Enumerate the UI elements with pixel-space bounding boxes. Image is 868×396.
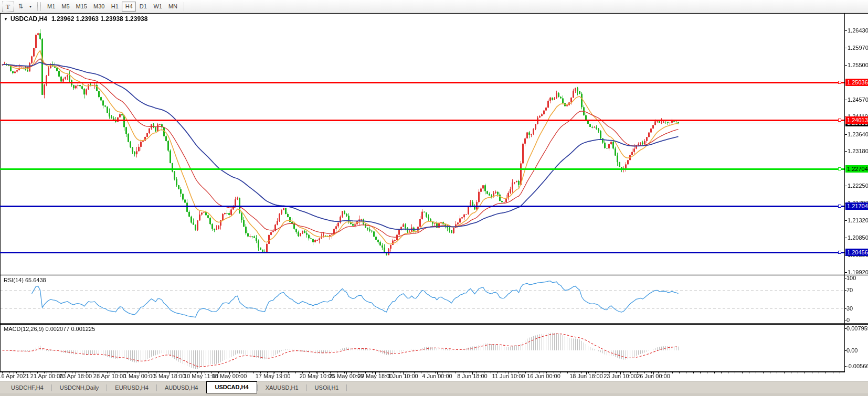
rsi-tick-label: 0	[846, 317, 850, 323]
timeframe-button-M15[interactable]: M15	[73, 2, 90, 12]
sort-arrows-icon: ⇅	[18, 3, 23, 10]
toolbar-separator	[184, 2, 184, 11]
text-tool-button[interactable]: T	[2, 2, 14, 12]
price-tick-label: 1.20850	[848, 234, 868, 241]
tab-USDCHF-H4[interactable]: USDCHF,H4	[3, 382, 51, 393]
tab-XAUUSD-H1[interactable]: XAUUSD,H1	[258, 382, 306, 393]
timeframe-button-H1[interactable]: H1	[108, 2, 122, 12]
timeframe-button-D1[interactable]: D1	[136, 2, 150, 12]
time-axis-label: 23 Apr 18:00	[59, 373, 92, 379]
rsi-tick-label: 30	[846, 305, 853, 312]
time-axis-label: 1 May 00:00	[124, 373, 156, 379]
rsi-tick-label: 100	[846, 275, 856, 281]
time-axis-label: 13 May 00:00	[212, 373, 247, 379]
price-tick-label: 1.25500	[848, 62, 868, 68]
time-axis-label: 4 Jun 00:00	[422, 373, 452, 379]
price-tick-label: 1.23180	[848, 148, 868, 154]
rsi-label: RSI(14) 65.6438	[4, 277, 46, 283]
chart-symbol: USDCAD,H4	[10, 15, 47, 23]
time-axis-label: 23 Jun 10:00	[604, 373, 637, 379]
time-axis-label: 21 Apr 00:00	[30, 373, 63, 379]
hline-price-label: 1.21704	[845, 202, 868, 210]
timeframe-button-M1[interactable]: M1	[44, 2, 58, 12]
tab-separator	[346, 384, 347, 391]
time-axis-label: 1 Jun 10:00	[388, 373, 418, 379]
status-strip	[0, 393, 868, 396]
hline-price-label: 1.22704	[845, 165, 868, 173]
rsi-tick-label: 70	[846, 287, 853, 293]
price-tick-label: 1.22250	[848, 183, 868, 189]
time-axis-label: 11 Jun 10:00	[492, 373, 525, 379]
chart-ohlc-values: 1.23962 1.23963 1.23938 1.23938	[51, 15, 148, 23]
time-axis-label: 5 May 18:00	[154, 373, 186, 379]
chart-title: ▼USDCAD,H41.23962 1.23963 1.23938 1.2393…	[4, 15, 147, 23]
indicators-button[interactable]: ⇅	[15, 2, 26, 12]
tool-dropdown-caret-icon[interactable]: ▾	[27, 2, 34, 12]
timeframe-button-MN[interactable]: MN	[165, 2, 181, 12]
time-axis-label: 28 Apr 10:00	[93, 373, 126, 379]
macd-tick-label: 0.007959	[846, 325, 868, 331]
time-axis-label: 26 Jun 00:00	[637, 373, 670, 379]
time-axis-label: 17 May 19:00	[256, 373, 291, 379]
collapse-triangle-icon[interactable]: ▼	[4, 17, 8, 22]
price-tick-label: 1.26430	[848, 27, 868, 34]
timeframe-button-M30[interactable]: M30	[90, 2, 108, 12]
tab-USOil-H1[interactable]: USOil,H1	[307, 382, 347, 393]
tab-EURUSD-H4[interactable]: EURUSD,H4	[107, 382, 156, 393]
tab-bar: USDCHF,H4USDCNH,DailyEURUSD,H4AUDUSD,H4U…	[0, 381, 868, 393]
timeframe-button-M5[interactable]: M5	[58, 2, 72, 12]
macd-tick-label: -0.005663	[846, 363, 868, 369]
timeframe-toolbar: M1M5M15M30H1H4D1W1MN	[44, 2, 181, 12]
time-axis-label: 8 Jun 18:00	[457, 373, 488, 379]
macd-label: MACD(12,26,9) 0.002077 0.001225	[4, 326, 95, 332]
tab-USDCAD-H4[interactable]: USDCAD,H4	[206, 381, 257, 393]
price-tick-label: 1.23640	[848, 131, 868, 137]
time-axis-label: 18 Jun 18:00	[569, 373, 603, 379]
time-axis-label: 16 Apr 2021	[0, 373, 29, 379]
timeframe-button-W1[interactable]: W1	[150, 2, 165, 12]
macd-tick-label: 0.00	[846, 347, 858, 354]
hline-price-label: 1.25036	[845, 79, 868, 86]
time-axis-label: 16 Jun 00:00	[527, 373, 560, 379]
tab-USDCNH-Daily[interactable]: USDCNH,Daily	[52, 382, 107, 393]
hline-price-label: 1.20456	[845, 249, 868, 256]
chart-canvas[interactable]	[0, 0, 868, 396]
top-toolbar: T ⇅ ▾ M1M5M15M30H1H4D1W1MN	[0, 0, 868, 13]
price-tick-label: 1.21320	[848, 217, 868, 223]
timeframe-button-H4[interactable]: H4	[122, 2, 136, 12]
toolbar-grip	[37, 2, 41, 11]
price-tick-label: 1.24570	[848, 97, 868, 103]
hline-price-label: 1.24013	[845, 116, 868, 124]
price-tick-label: 1.25970	[848, 45, 868, 51]
tab-AUDUSD-H4[interactable]: AUDUSD,H4	[157, 382, 206, 393]
